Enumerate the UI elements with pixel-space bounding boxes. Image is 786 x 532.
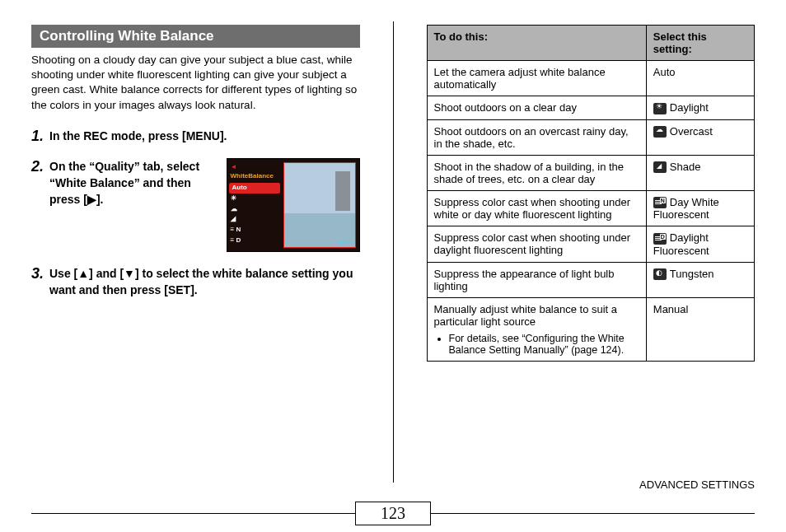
wb-desc: Shoot in the shadow of a building, in th… — [427, 155, 646, 190]
table-header-setting: Select this setting: — [646, 26, 754, 61]
camera-lcd-preview: ◄ WhiteBalance Auto ☀ ☁ ◢ ≡ N ≡ D ▲1/2 — [227, 158, 360, 252]
wb-desc: Let the camera adjust white balance auto… — [427, 61, 646, 96]
lcd-page-indicator: ▲1/2 — [338, 238, 352, 246]
step-2: 2. On the “Quality” tab, select “White B… — [31, 158, 360, 252]
step-3: 3. Use [▲] and [▼] to select the white b… — [31, 265, 360, 299]
step-1: 1. In the REC mode, press [MENU]. — [31, 128, 360, 145]
wb-desc: Shoot outdoors on an overcast rainy day,… — [427, 119, 646, 155]
wb-desc-manual: Manually adjust white balance to suit a … — [427, 297, 646, 361]
wb-setting-manual: Manual — [646, 297, 754, 361]
step-number: 2. — [31, 158, 49, 252]
cloud-icon — [653, 126, 667, 138]
step-text: Use [▲] and [▼] to select the white bala… — [49, 265, 360, 299]
page-footer: ADVANCED SETTINGS 123 — [0, 502, 786, 525]
sun-icon — [653, 103, 667, 114]
step-number: 1. — [31, 128, 49, 145]
footer-section-label: ADVANCED SETTINGS — [639, 478, 755, 491]
wb-desc: Suppress color cast when shooting under … — [427, 226, 646, 263]
wb-setting-tungsten: Tungsten — [646, 262, 754, 297]
table-row: Manually adjust white balance to suit a … — [427, 297, 755, 361]
table-row: Shoot outdoors on a clear day Daylight — [427, 96, 755, 120]
table-row: Shoot outdoors on an overcast rainy day,… — [427, 119, 755, 155]
footer-rule-right — [431, 513, 755, 514]
table-row: Let the camera adjust white balance auto… — [427, 61, 755, 96]
fluorescent-n-icon: N — [653, 197, 667, 208]
step-text: On the “Quality” tab, select “White Bala… — [49, 158, 215, 208]
instruction-steps: 1. In the REC mode, press [MENU]. 2. On … — [31, 128, 360, 299]
wb-desc: Suppress the appearance of light bulb li… — [427, 262, 646, 297]
wb-setting-daywhite-fluorescent: NDay White Fluorescent — [646, 190, 754, 226]
wb-setting-daylight-fluorescent: DDaylight Fluorescent — [646, 226, 754, 263]
shade-icon — [653, 161, 667, 173]
lcd-item-auto: Auto — [229, 183, 280, 194]
lcd-preview-image: ▲1/2 — [283, 162, 356, 248]
lcd-item-daylight: ☀ — [227, 194, 282, 204]
footer-rule-left — [31, 513, 355, 514]
step-number: 3. — [31, 265, 49, 299]
lcd-item-shade: ◢ — [227, 214, 282, 225]
table-header-desc: To do this: — [427, 26, 646, 61]
wb-desc: Suppress color cast when shooting under … — [427, 190, 646, 226]
lcd-menu-title: ◄ WhiteBalance — [227, 161, 282, 183]
right-column: To do this: Select this setting: Let the… — [427, 25, 756, 461]
fluorescent-d-icon: D — [653, 233, 667, 245]
table-row: Suppress color cast when shooting under … — [427, 190, 755, 226]
wb-setting-shade: Shade — [646, 155, 754, 190]
lcd-item-overcast: ☁ — [227, 204, 282, 215]
intro-paragraph: Shooting on a cloudy day can give your s… — [31, 53, 360, 113]
wb-setting-auto: Auto — [646, 61, 754, 96]
table-row: Suppress color cast when shooting under … — [427, 226, 755, 263]
table-row: Suppress the appearance of light bulb li… — [427, 262, 755, 297]
section-title: Controlling White Balance — [31, 25, 360, 48]
wb-manual-note: For details, see “Configuring the White … — [449, 333, 639, 356]
step-text: In the REC mode, press [MENU]. — [49, 128, 360, 145]
page-number: 123 — [355, 502, 431, 525]
column-divider — [393, 21, 394, 483]
lcd-item-fluorescent-n: ≡ N — [227, 225, 282, 236]
left-column: Controlling White Balance Shooting on a … — [31, 25, 360, 461]
table-row: Shoot in the shadow of a building, in th… — [427, 155, 755, 190]
lcd-item-fluorescent-d: ≡ D — [227, 236, 282, 246]
wb-setting-overcast: Overcast — [646, 119, 754, 155]
wb-setting-daylight: Daylight — [646, 96, 754, 120]
wb-desc: Shoot outdoors on a clear day — [427, 96, 646, 120]
white-balance-table: To do this: Select this setting: Let the… — [427, 25, 756, 362]
bulb-icon — [653, 268, 667, 280]
manual-page: Controlling White Balance Shooting on a … — [0, 0, 786, 478]
